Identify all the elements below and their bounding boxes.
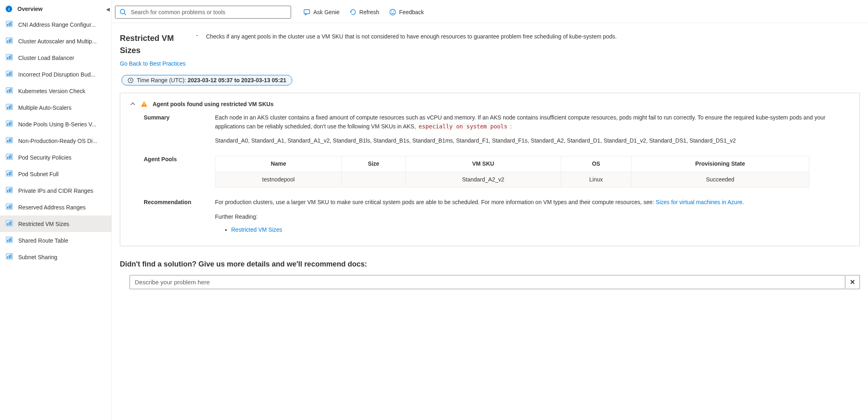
sidebar-item[interactable]: Multiple Auto-Scalers bbox=[0, 99, 111, 116]
bar-chart-icon bbox=[6, 203, 13, 211]
svg-point-65 bbox=[393, 11, 394, 12]
svg-rect-23 bbox=[11, 105, 11, 109]
sidebar-item-label: Pod Subnet Full bbox=[18, 171, 59, 177]
smiley-icon bbox=[389, 9, 396, 16]
sidebar-item[interactable]: Subnet Sharing bbox=[0, 249, 111, 265]
sidebar-item-label: Cluster Autoscaler and Multip... bbox=[18, 38, 97, 45]
svg-rect-41 bbox=[7, 190, 8, 192]
bar-chart-icon bbox=[6, 170, 13, 178]
restricted-vm-sizes-link[interactable]: Restricted VM Sizes bbox=[231, 226, 282, 233]
table-header: OS bbox=[561, 156, 631, 172]
sidebar-item[interactable]: Non-Production-Ready OS Di... bbox=[0, 132, 111, 149]
topbar: Ask Genie Refresh Feedback bbox=[112, 0, 868, 23]
bar-chart-icon bbox=[6, 53, 13, 62]
svg-rect-50 bbox=[9, 222, 10, 225]
sidebar-item[interactable]: Private IPs and CIDR Ranges bbox=[0, 182, 111, 199]
svg-rect-34 bbox=[9, 156, 10, 159]
svg-rect-58 bbox=[9, 255, 10, 258]
back-link[interactable]: Go Back to Best Practices bbox=[120, 60, 186, 67]
chevron-up-icon[interactable] bbox=[130, 101, 136, 107]
warning-icon bbox=[140, 100, 148, 108]
svg-point-63 bbox=[390, 9, 396, 15]
svg-rect-35 bbox=[11, 155, 11, 159]
sidebar-item[interactable]: Cluster Load Balancer bbox=[0, 49, 111, 66]
sidebar-item[interactable]: Kubernetes Version Check bbox=[0, 83, 111, 99]
bar-chart-icon bbox=[6, 120, 13, 128]
svg-rect-39 bbox=[11, 171, 11, 175]
page-description: Checks if any agent pools in the cluster… bbox=[206, 32, 860, 42]
sidebar-item-label: Shared Route Table bbox=[18, 237, 68, 244]
svg-rect-15 bbox=[11, 72, 11, 76]
vm-sizes-link[interactable]: Sizes for virtual machines in Azure bbox=[656, 199, 742, 205]
svg-rect-21 bbox=[7, 107, 8, 109]
feedback-button[interactable]: Feedback bbox=[385, 6, 428, 18]
bar-chart-icon bbox=[6, 70, 13, 79]
agent-pools-label: Agent Pools bbox=[130, 155, 215, 188]
svg-rect-43 bbox=[11, 188, 11, 192]
bar-chart-icon bbox=[6, 37, 13, 45]
svg-rect-47 bbox=[11, 205, 11, 209]
svg-rect-53 bbox=[7, 240, 8, 242]
sidebar-collapse-icon[interactable]: ◀ bbox=[106, 6, 110, 12]
title-dash: - bbox=[196, 32, 198, 38]
sidebar-item[interactable]: Node Pools Using B-Series V... bbox=[0, 116, 111, 132]
sidebar: ◀ i Overview CNI Address Range Configur.… bbox=[0, 0, 112, 420]
sidebar-item[interactable]: Incorrect Pod Disruption Bud... bbox=[0, 66, 111, 83]
bar-chart-icon bbox=[6, 236, 13, 245]
info-icon: i bbox=[6, 6, 12, 12]
svg-rect-51 bbox=[11, 221, 11, 225]
sidebar-item[interactable]: Restricted VM Sizes bbox=[0, 215, 111, 232]
content: Restricted VM Sizes - Checks if any agen… bbox=[112, 23, 868, 420]
svg-rect-10 bbox=[9, 56, 10, 59]
refresh-icon bbox=[349, 9, 357, 16]
sidebar-item[interactable]: Pod Security Policies bbox=[0, 149, 111, 166]
search-icon bbox=[119, 9, 127, 16]
sidebar-item[interactable]: Pod Subnet Full bbox=[0, 166, 111, 182]
svg-rect-3 bbox=[11, 22, 11, 26]
page-title: Restricted VM Sizes bbox=[120, 32, 188, 56]
sidebar-item-label: Subnet Sharing bbox=[18, 254, 57, 260]
search-box[interactable] bbox=[115, 6, 291, 19]
svg-rect-17 bbox=[7, 90, 8, 92]
table-header: Name bbox=[215, 156, 342, 172]
svg-rect-46 bbox=[9, 205, 10, 209]
svg-rect-57 bbox=[7, 256, 8, 258]
sidebar-item-label: Restricted VM Sizes bbox=[18, 221, 69, 227]
recommendation-label: Recommendation bbox=[130, 198, 215, 234]
table-header: Size bbox=[342, 156, 405, 172]
svg-rect-38 bbox=[9, 172, 10, 175]
svg-rect-27 bbox=[11, 122, 11, 126]
feedback-input[interactable] bbox=[130, 275, 845, 289]
sidebar-item-label: Non-Production-Ready OS Di... bbox=[18, 138, 97, 144]
sidebar-item[interactable]: Shared Route Table bbox=[0, 232, 111, 249]
time-range-pill[interactable]: Time Range (UTC): 2023-03-12 05:37 to 20… bbox=[121, 75, 292, 85]
sidebar-item[interactable]: Reserved Address Ranges bbox=[0, 199, 111, 215]
bar-chart-icon bbox=[6, 20, 13, 29]
sidebar-item-label: CNI Address Range Configur... bbox=[18, 21, 96, 28]
bar-chart-icon bbox=[6, 103, 13, 112]
svg-rect-42 bbox=[9, 189, 10, 192]
summary-label: Summary bbox=[130, 113, 215, 145]
svg-rect-19 bbox=[11, 88, 11, 92]
svg-rect-37 bbox=[7, 173, 8, 175]
svg-rect-9 bbox=[7, 57, 8, 59]
sidebar-item-label: Cluster Load Balancer bbox=[18, 55, 74, 61]
table-header: Provisioning State bbox=[631, 156, 809, 172]
sidebar-item-label: Incorrect Pod Disruption Bud... bbox=[18, 71, 96, 78]
sidebar-item[interactable]: Cluster Autoscaler and Multip... bbox=[0, 33, 111, 49]
feedback-clear-button[interactable]: ✕ bbox=[845, 275, 860, 289]
sidebar-item[interactable]: CNI Address Range Configur... bbox=[0, 16, 111, 33]
svg-rect-2 bbox=[9, 23, 10, 26]
chat-icon bbox=[303, 9, 311, 16]
svg-rect-30 bbox=[9, 139, 10, 142]
svg-rect-26 bbox=[9, 122, 10, 126]
svg-rect-22 bbox=[9, 106, 10, 109]
svg-rect-68 bbox=[144, 105, 145, 106]
svg-rect-18 bbox=[9, 89, 10, 92]
refresh-button[interactable]: Refresh bbox=[345, 6, 383, 18]
sidebar-item-overview[interactable]: i Overview bbox=[0, 2, 111, 16]
search-input[interactable] bbox=[131, 9, 287, 15]
bar-chart-icon bbox=[6, 186, 13, 195]
ask-genie-button[interactable]: Ask Genie bbox=[299, 6, 344, 18]
svg-rect-5 bbox=[7, 41, 8, 43]
